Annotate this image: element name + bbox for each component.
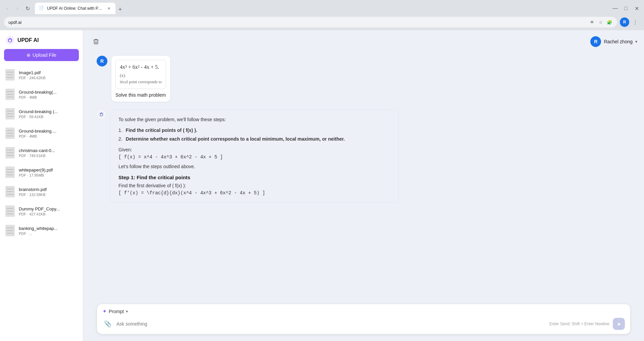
file-item-3[interactable]: Ground-breaking.... PDF · 4MB: [0, 124, 83, 143]
star-icon[interactable]: ☆: [597, 19, 604, 26]
active-tab[interactable]: 📄 UPDF AI Online: Chat with PDF ✕: [35, 3, 115, 14]
step2-num: 2.: [118, 136, 122, 142]
file-name: whitepaper(9).pdf: [19, 167, 78, 173]
user-message-avatar: R: [97, 56, 107, 66]
file-icon: [5, 205, 15, 217]
file-meta: PDF · 427.41KB: [19, 212, 78, 216]
file-name: brainstorm.pdf: [19, 187, 78, 192]
upload-file-button[interactable]: ⊕ Upload File: [4, 49, 79, 61]
file-name: Ground-breaking (...: [19, 109, 78, 114]
maximize-button[interactable]: □: [621, 4, 631, 13]
file-info: Ground-breaking.... PDF · 4MB: [19, 129, 78, 138]
file-info: Image1.pdf PDF · 246.62KB: [19, 70, 78, 80]
file-item-5[interactable]: whitepaper(9).pdf PDF · 17.95MB: [0, 162, 83, 182]
prompt-selector[interactable]: ✦ Prompt ▾: [102, 308, 625, 314]
given-label: Given:: [118, 147, 390, 152]
menu-button[interactable]: ⋮: [631, 17, 640, 27]
ai-step-1: 1. Find the critical points of ( f(x) ).: [118, 128, 390, 133]
clear-chat-button[interactable]: [90, 36, 102, 48]
input-hint: Enter Send; Shift + Enter Newline: [549, 322, 609, 326]
file-name: Dummy PDF_Copy...: [19, 206, 78, 211]
follow-text: Let's follow the steps outlined above.: [118, 164, 390, 169]
user-avatar: R: [590, 36, 601, 47]
file-name: Ground-breaking....: [19, 129, 78, 134]
file-meta: PDF · 4MB: [19, 95, 78, 99]
step-1-text: Find the critical points of ( f(x) ).: [126, 128, 197, 133]
extensions-icon[interactable]: 🧩: [606, 19, 613, 26]
app-container: UPDF AI ⊕ Upload File Image1.pdf PDF · 2…: [0, 30, 644, 341]
browser-right-icons: R ⋮: [620, 17, 640, 27]
close-button[interactable]: ✕: [632, 4, 641, 13]
file-icon: [5, 146, 15, 159]
math-preview: 4x³ + 6x² - 4x + 5. (x). itical point co…: [115, 60, 166, 89]
file-item-7[interactable]: Dummy PDF_Copy... PDF · 427.41KB: [0, 201, 83, 221]
reload-button[interactable]: ↻: [23, 4, 32, 13]
updf-logo-icon: [5, 36, 15, 45]
file-info: whitepaper(9).pdf PDF · 17.95MB: [19, 167, 78, 177]
step-2-text: Determine whether each critical point co…: [126, 136, 345, 142]
send-button[interactable]: ➤: [613, 318, 625, 330]
main-toolbar: R Rachel zhong ▾: [83, 30, 644, 53]
tab-close-button[interactable]: ✕: [106, 6, 111, 11]
ai-message-group: To solve the given problem, we'll follow…: [97, 110, 631, 203]
upload-icon: ⊕: [27, 52, 31, 58]
user-message-group: R 4x³ + 6x² - 4x + 5. (x). itical point …: [97, 56, 631, 102]
profile-avatar[interactable]: R: [620, 17, 629, 27]
prompt-star-icon: ✦: [102, 308, 107, 314]
main-content: R Rachel zhong ▾ R 4x³ + 6x² - 4x + 5. (…: [83, 30, 644, 341]
file-icon: [5, 166, 15, 179]
input-container: ✦ Prompt ▾ 📎 Enter Send; Shift + Enter N…: [83, 300, 644, 341]
file-name: banking_whitepap...: [19, 226, 78, 231]
file-item-0[interactable]: Image1.pdf PDF · 246.62KB: [0, 65, 83, 85]
browser-chrome: ‹ › ↻ 📄 UPDF AI Online: Chat with PDF ✕ …: [0, 0, 644, 30]
file-info: banking_whitepap... PDF · ...: [19, 226, 78, 236]
chat-area: R 4x³ + 6x² - 4x + 5. (x). itical point …: [83, 53, 644, 300]
file-item-8[interactable]: banking_whitepap... PDF · ...: [0, 221, 83, 240]
file-icon: [5, 127, 15, 140]
sidebar-header: UPDF AI: [0, 30, 83, 49]
file-meta: PDF · 132.58KB: [19, 193, 78, 197]
file-meta: PDF · 246.62KB: [19, 76, 78, 80]
tab-title: UPDF AI Online: Chat with PDF: [47, 6, 103, 11]
ai-message: To solve the given problem, we'll follow…: [97, 110, 631, 203]
file-item-2[interactable]: Ground-breaking (... PDF · 59.41KB: [0, 104, 83, 124]
upload-label: Upload File: [33, 52, 56, 58]
file-info: Dummy PDF_Copy... PDF · 427.41KB: [19, 206, 78, 216]
prompt-chevron-icon: ▾: [126, 309, 128, 314]
file-list: Image1.pdf PDF · 246.62KB Ground-breakin…: [0, 65, 83, 341]
ai-response-card: To solve the given problem, we'll follow…: [110, 110, 399, 203]
address-text: updf.ai: [8, 20, 587, 25]
eye-icon[interactable]: 👁: [589, 19, 595, 26]
user-menu-chevron: ▾: [635, 39, 637, 44]
attach-button[interactable]: 📎: [102, 319, 113, 329]
app-title: UPDF AI: [17, 37, 39, 43]
chat-input[interactable]: [116, 321, 546, 327]
forward-button[interactable]: ›: [13, 4, 22, 13]
tab-list: 📄 UPDF AI Online: Chat with PDF ✕ +: [35, 3, 609, 14]
step1-text: Find the first derivative of ( f(x) ):: [118, 183, 390, 188]
given-formula: [ f(x) = x^4 - 4x^3 + 6x^2 - 4x + 5 ]: [118, 154, 390, 160]
user-info[interactable]: R Rachel zhong ▾: [590, 36, 637, 47]
file-item-6[interactable]: brainstorm.pdf PDF · 132.58KB: [0, 182, 83, 201]
tab-favicon: 📄: [39, 6, 44, 11]
step1-title: Step 1: Find the critical points: [118, 175, 390, 180]
file-info: Ground-breaking (... PDF · 59.41KB: [19, 109, 78, 119]
file-meta: PDF · 59.41KB: [19, 115, 78, 119]
prompt-label: Prompt: [109, 309, 124, 314]
ai-steps-list: 1. Find the critical points of ( f(x) ).…: [118, 128, 390, 142]
math-sub: (x).: [120, 73, 162, 78]
user-message: R 4x³ + 6x² - 4x + 5. (x). itical point …: [97, 56, 631, 102]
user-message-text: Solve this math problem: [115, 92, 166, 98]
file-item-1[interactable]: Ground-breaking(... PDF · 4MB: [0, 85, 83, 104]
tab-bar: ‹ › ↻ 📄 UPDF AI Online: Chat with PDF ✕ …: [0, 0, 644, 14]
input-card: ✦ Prompt ▾ 📎 Enter Send; Shift + Enter N…: [97, 304, 631, 334]
address-bar[interactable]: updf.ai 👁 ☆ 🧩: [4, 17, 617, 28]
new-tab-button[interactable]: +: [115, 5, 125, 14]
nav-controls: ‹ › ↻: [3, 4, 32, 13]
back-button[interactable]: ‹: [3, 4, 12, 13]
file-meta: PDF · 4MB: [19, 134, 78, 138]
file-item-4[interactable]: christmas-card-0... PDF · 749.51KB: [0, 143, 83, 162]
user-name: Rachel zhong: [604, 39, 633, 44]
minimize-button[interactable]: —: [610, 4, 620, 13]
file-icon: [5, 68, 15, 81]
